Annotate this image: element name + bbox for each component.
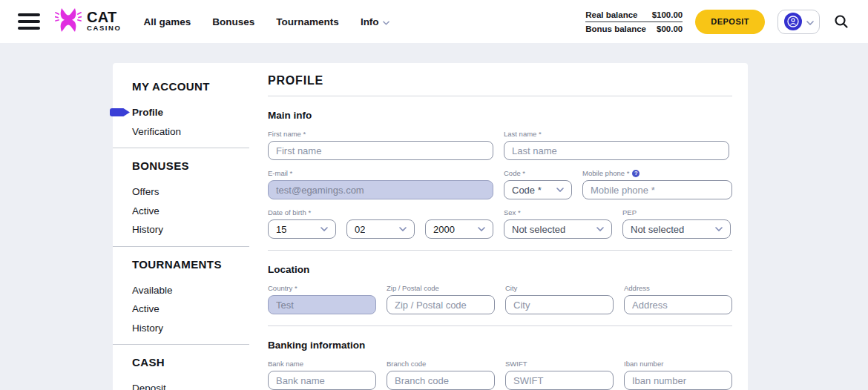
chevron-down-icon	[806, 15, 814, 28]
title-divider	[268, 96, 732, 96]
sidebar-title-tournaments: TOURNAMENTS	[132, 258, 249, 271]
swift-label: SWIFT	[505, 360, 614, 368]
sidebar-item-bonuses-history[interactable]: History	[132, 220, 249, 239]
last-name-field-group: Last name *	[504, 130, 729, 160]
swift-field-group: SWIFT	[505, 360, 614, 390]
country-label: Country *	[268, 284, 376, 292]
sidebar-section-cash: CASH Deposit Withdrawal History	[113, 345, 249, 390]
sidebar-title-my-account: MY ACCOUNT	[132, 80, 249, 93]
real-balance-value: $100.00	[652, 10, 683, 19]
bonus-balance-value: $00.00	[657, 24, 683, 33]
address-input[interactable]	[624, 295, 732, 314]
profile-form: PROFILE Main info First name * Last name…	[249, 63, 751, 390]
birth-year-select[interactable]: 2000	[425, 219, 493, 239]
sidebar-section-bonuses: BONUSES Offers Active History	[113, 148, 249, 247]
sidebar-title-cash: CASH	[132, 356, 249, 368]
swift-input[interactable]	[505, 371, 614, 390]
bank-name-input[interactable]	[268, 371, 376, 390]
hamburger-menu-icon[interactable]	[18, 13, 40, 30]
info-icon[interactable]: ?	[632, 170, 640, 177]
birth-month-select[interactable]: 02	[346, 219, 415, 239]
nav-info[interactable]: Info	[361, 16, 389, 27]
account-sidebar: MY ACCOUNT Profile Verification BONUSES …	[113, 63, 249, 390]
branch-code-input[interactable]	[387, 371, 495, 390]
address-field-group: Address	[624, 284, 732, 314]
section-divider	[268, 325, 732, 326]
email-input	[268, 180, 493, 199]
logo[interactable]: CAT CASINO	[55, 7, 122, 36]
sex-label: Sex *	[504, 208, 612, 217]
mobile-phone-label: Mobile phone * ?	[582, 169, 732, 177]
deposit-button[interactable]: DEPOSIT	[695, 10, 765, 34]
date-of-birth-field-group: Date of birth * 15 02 2000	[268, 208, 493, 239]
sidebar-item-deposit[interactable]: Deposit	[132, 379, 249, 390]
email-label: E-mail *	[268, 169, 493, 177]
location-heading: Location	[268, 264, 732, 275]
first-name-label: First name *	[268, 130, 493, 138]
bonus-balance-label: Bonus balance	[585, 24, 646, 33]
branch-code-label: Branch code	[387, 360, 495, 368]
pep-select[interactable]: Not selected	[622, 219, 731, 239]
sidebar-item-verification[interactable]: Verification	[132, 122, 249, 142]
nav-bonuses[interactable]: Bonuses	[212, 16, 254, 27]
account-menu[interactable]	[777, 10, 820, 34]
banking-heading: Banking information	[268, 340, 732, 351]
email-field-group: E-mail *	[268, 169, 493, 199]
nav-all-games[interactable]: All games	[144, 16, 191, 27]
account-card: MY ACCOUNT Profile Verification BONUSES …	[113, 63, 748, 390]
cat-logo-icon	[55, 7, 82, 36]
first-name-field-group: First name *	[268, 130, 493, 160]
balance-block: Real balance $100.00 Bonus balance $00.0…	[585, 8, 683, 36]
main-info-heading: Main info	[268, 110, 732, 121]
page-title: PROFILE	[268, 74, 732, 87]
main-nav: All games Bonuses Tournaments Info	[144, 16, 389, 27]
date-of-birth-label: Date of birth *	[268, 208, 493, 217]
phone-code-select[interactable]: Code *	[504, 180, 572, 199]
birth-day-select[interactable]: 15	[268, 219, 336, 239]
last-name-input[interactable]	[504, 141, 729, 160]
chevron-down-icon	[383, 16, 389, 27]
sex-field-group: Sex * Not selected	[504, 208, 612, 239]
iban-label: Iban number	[624, 360, 732, 368]
first-name-input[interactable]	[268, 141, 493, 160]
sidebar-item-offers[interactable]: Offers	[132, 182, 249, 202]
active-item-arrow-icon	[110, 108, 130, 116]
address-label: Address	[624, 284, 732, 292]
pep-label: PEP	[622, 208, 731, 217]
last-name-label: Last name *	[504, 130, 729, 138]
city-input[interactable]	[505, 295, 614, 314]
sex-select[interactable]: Not selected	[504, 219, 612, 239]
country-input	[268, 295, 376, 314]
country-field-group: Country *	[268, 284, 376, 314]
nav-tournaments[interactable]: Tournaments	[276, 16, 339, 27]
logo-subtitle: CASINO	[87, 24, 122, 32]
sidebar-item-available[interactable]: Available	[132, 281, 249, 300]
zip-field-group: Zip / Postal code	[387, 284, 495, 314]
sidebar-item-bonuses-active[interactable]: Active	[132, 202, 249, 221]
real-balance-label: Real balance	[585, 10, 637, 19]
iban-field-group: Iban number	[624, 360, 732, 390]
branch-code-field-group: Branch code	[387, 360, 495, 390]
sidebar-title-bonuses: BONUSES	[132, 159, 249, 172]
city-label: City	[505, 284, 614, 292]
sidebar-section-my-account: MY ACCOUNT Profile Verification	[113, 63, 249, 148]
logo-title: CAT	[87, 11, 122, 24]
header-right: Real balance $100.00 Bonus balance $00.0…	[585, 8, 850, 36]
bank-name-label: Bank name	[268, 360, 376, 368]
sidebar-item-tournaments-active[interactable]: Active	[132, 300, 249, 319]
section-divider	[268, 250, 732, 251]
logo-text: CAT CASINO	[87, 11, 122, 32]
mobile-phone-field-group: Mobile phone * ?	[582, 169, 732, 199]
sidebar-item-profile[interactable]: Profile	[132, 103, 249, 122]
sidebar-item-tournaments-history[interactable]: History	[132, 319, 249, 338]
phone-code-field-group: Code * Code *	[504, 169, 572, 199]
zip-label: Zip / Postal code	[387, 284, 495, 292]
pep-field-group: PEP Not selected	[622, 208, 731, 239]
zip-input[interactable]	[387, 295, 495, 314]
sidebar-section-tournaments: TOURNAMENTS Available Active History	[113, 247, 249, 346]
search-icon[interactable]	[832, 13, 850, 30]
mobile-phone-input[interactable]	[582, 180, 732, 199]
bank-name-field-group: Bank name	[268, 360, 376, 390]
avatar-icon	[784, 13, 802, 30]
iban-input[interactable]	[624, 371, 732, 390]
